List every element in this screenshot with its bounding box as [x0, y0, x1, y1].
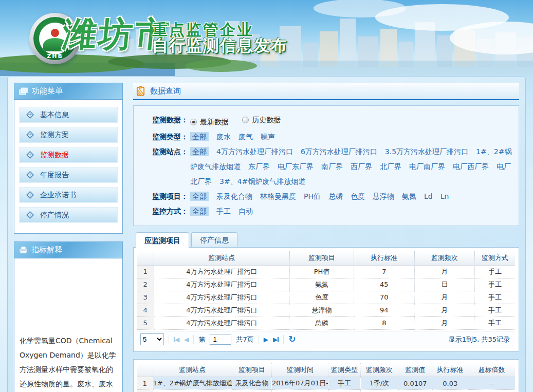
- next-page-button[interactable]: ▶: [264, 337, 268, 343]
- filter-option-link[interactable]: 南厂界: [321, 162, 343, 171]
- cell-frequency: 1季/次: [360, 377, 398, 390]
- filter-option-link[interactable]: 3.5万方污水处理厂排污口: [385, 147, 468, 156]
- cell-exceed: --: [468, 390, 515, 392]
- filter-option-link[interactable]: 总磷: [328, 192, 343, 200]
- filter-option-link[interactable]: PH值: [304, 192, 321, 200]
- sidebar-menu-item[interactable]: 停产情况: [19, 207, 118, 223]
- first-page-button[interactable]: ◀: [174, 337, 179, 343]
- filter-option-link[interactable]: 电厂南厂界: [409, 162, 445, 171]
- radio-button-icon[interactable]: [242, 117, 249, 123]
- clipboard-icon: [136, 86, 145, 96]
- result-tab[interactable]: 应监测项目: [136, 232, 189, 248]
- site-banner: ZHB 潍坊市 重点监管企业 自行监测信息发布: [0, 0, 533, 76]
- filter-options-type: 全部废水废气噪声: [188, 129, 514, 144]
- filter-option-link[interactable]: 汞及化合物: [216, 192, 252, 200]
- col-time[interactable]: 监测时间: [272, 363, 328, 377]
- cell-standard: 0.03: [432, 377, 468, 390]
- monitoring-items-table-body: 1 4万方污水处理厂排污口 PH值 7 月 手工 2 4万方污水处理厂排污口 氨…: [137, 265, 515, 329]
- table-row[interactable]: 2 1#、2#锅炉废气排放烟道 林格曼黑度 2016年07月01日-09 手工 …: [137, 390, 515, 392]
- filter-option-link[interactable]: 6万方污水处理厂排污口: [301, 147, 377, 156]
- filter-option-link[interactable]: 悬浮物: [373, 192, 394, 200]
- radio-button-icon[interactable]: [190, 119, 197, 125]
- sidebar-menu-item[interactable]: 监测方案: [19, 127, 118, 143]
- logo-sun: [51, 29, 59, 37]
- filter-option-link[interactable]: Ld: [424, 192, 433, 200]
- filter-options-item: 全部汞及化合物林格曼黑度PH值总磷色度悬浮物氨氮LdLn: [188, 189, 514, 204]
- filter-option-link[interactable]: 全部: [190, 132, 209, 141]
- filter-option-link[interactable]: 4万方污水处理厂排污口: [216, 147, 293, 156]
- table-row[interactable]: 3 4万方污水处理厂排污口 色度 70 月 手工: [137, 291, 515, 304]
- result-tab[interactable]: 停产信息: [191, 232, 237, 247]
- filter-option-link[interactable]: 氨氮: [402, 192, 416, 200]
- divider: [259, 335, 259, 344]
- filter-row-type: 监测类型： 全部废水废气噪声: [134, 129, 514, 144]
- filter-option-link[interactable]: 3#、4#锅炉废气排放烟道: [219, 177, 305, 185]
- filter-option-link[interactable]: 色度: [351, 192, 365, 200]
- refresh-icon[interactable]: ↻: [288, 335, 296, 344]
- table-row[interactable]: 1 4万方污水处理厂排污口 PH值 7 月 手工: [137, 265, 515, 278]
- filter-option-link[interactable]: 电厂东厂界: [278, 162, 314, 171]
- col-standard[interactable]: 执行标准: [354, 251, 415, 265]
- cell-standard: 70: [354, 291, 415, 304]
- col-station[interactable]: 监测站点: [154, 251, 290, 265]
- row-index: 3: [137, 291, 154, 304]
- col-frequency[interactable]: 监测频次: [414, 251, 475, 265]
- col-frequency[interactable]: 监测频次: [360, 363, 398, 377]
- sidebar-menu-item[interactable]: 监测数据: [19, 147, 118, 163]
- pagination-summary: 显示1到5, 共35记录: [449, 335, 512, 344]
- radio-option[interactable]: 最新数据: [190, 115, 229, 129]
- filter-option-link[interactable]: Ln: [440, 192, 449, 200]
- table-row[interactable]: 1 1#、2#锅炉废气排放烟道 汞及化合物 2016年07月01日-09 手工 …: [137, 377, 515, 390]
- col-item[interactable]: 监测项目: [290, 251, 354, 265]
- filter-option-link[interactable]: 手工: [216, 207, 231, 215]
- cell-type: 手工: [328, 390, 360, 392]
- diamond-arrow-icon: [26, 131, 34, 139]
- row-index: 5: [137, 316, 154, 329]
- table-row[interactable]: 4 4万方污水处理厂排污口 悬浮物 94 月 手工: [137, 304, 515, 316]
- monitoring-items-table: 监测站点 监测项目 执行标准 监测频次 监测方式 1 4万方污水处理厂排污口 P…: [137, 251, 515, 330]
- filter-option-link[interactable]: 废水: [216, 133, 231, 141]
- col-type[interactable]: 监测类型: [328, 363, 360, 377]
- row-index: 2: [137, 278, 154, 291]
- sidebar-menu-item[interactable]: 基本信息: [19, 107, 118, 123]
- filter-option-link[interactable]: 全部: [190, 207, 209, 216]
- cell-station: 4万方污水处理厂排污口: [154, 316, 290, 329]
- filter-option-link[interactable]: 电厂西厂界: [453, 162, 489, 171]
- sidebar-menu-item[interactable]: 企业承诺书: [19, 187, 118, 203]
- cell-time: 2016年07月01日-09: [272, 377, 328, 390]
- page-number-input[interactable]: [210, 334, 231, 345]
- last-page-button[interactable]: ▶: [273, 337, 279, 343]
- filter-option-link[interactable]: 西厂界: [351, 162, 372, 171]
- col-item[interactable]: 监测项目: [232, 363, 271, 377]
- col-index: [137, 363, 153, 377]
- filter-option-link[interactable]: 废气: [238, 133, 253, 141]
- filter-option-link[interactable]: 噪声: [261, 133, 275, 141]
- table-row[interactable]: 2 4万方污水处理厂排污口 氨氮 45 日 手工: [137, 278, 515, 291]
- filter-option-link[interactable]: 全部: [190, 147, 209, 156]
- col-mode[interactable]: 监测方式: [475, 251, 515, 265]
- col-standard[interactable]: 执行标准: [432, 363, 468, 377]
- prev-page-button[interactable]: ◀: [184, 337, 189, 343]
- col-station[interactable]: 监测站点: [153, 363, 232, 377]
- cell-station: 4万方污水处理厂排污口: [154, 304, 290, 316]
- col-value[interactable]: 监测值: [398, 363, 432, 377]
- divider: [169, 335, 169, 344]
- filter-option-link[interactable]: 林格曼黑度: [260, 192, 296, 200]
- cell-station: 1#、2#锅炉废气排放烟道: [153, 390, 232, 392]
- radio-option[interactable]: 历史数据: [242, 113, 281, 127]
- filter-option-link[interactable]: 全部: [190, 192, 209, 201]
- filter-option-link[interactable]: 自动: [238, 207, 253, 215]
- cell-mode: 手工: [475, 316, 515, 329]
- total-pages-label: 共7页: [236, 335, 253, 344]
- cell-frequency: 1季/次: [360, 390, 398, 392]
- sidebar-menu-item-label: 企业承诺书: [40, 191, 76, 200]
- indicator-explain-title: 指标解释: [31, 245, 62, 255]
- filter-option-link[interactable]: 北厂界: [380, 162, 401, 171]
- table-row[interactable]: 5 4万方污水处理厂排污口 总磷 8 月 手工: [137, 316, 515, 329]
- filter-label-mode: 监控方式：: [134, 204, 188, 219]
- sidebar-menu-item[interactable]: 年度报告: [19, 167, 118, 183]
- logo-zhb-text: ZHB: [29, 53, 81, 60]
- filter-option-link[interactable]: 东厂界: [248, 162, 270, 171]
- page-size-select[interactable]: 5: [140, 333, 164, 345]
- col-exceed[interactable]: 超标倍数: [468, 363, 515, 377]
